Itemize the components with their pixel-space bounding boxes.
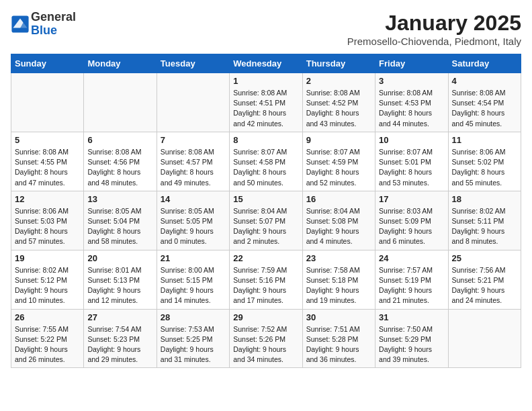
page-header: General Blue January 2025 Premosello-Chi… [11,11,521,47]
day-number: 28 [161,312,226,322]
calendar-cell: 29Sunrise: 7:52 AMSunset: 5:26 PMDayligh… [230,309,302,368]
day-info: Sunrise: 8:04 AMSunset: 5:07 PMDaylight:… [233,206,298,247]
logo: General Blue [11,11,76,38]
logo-icon [11,15,30,34]
calendar-cell: 18Sunrise: 8:02 AMSunset: 5:11 PMDayligh… [448,191,521,250]
day-info: Sunrise: 8:05 AMSunset: 5:05 PMDaylight:… [161,206,226,247]
day-info: Sunrise: 8:06 AMSunset: 5:03 PMDaylight:… [15,206,80,247]
day-info: Sunrise: 8:01 AMSunset: 5:13 PMDaylight:… [87,265,152,306]
weekday-header-thursday: Thursday [302,54,375,73]
day-number: 4 [452,76,517,86]
day-info: Sunrise: 8:07 AMSunset: 4:58 PMDaylight:… [233,147,298,188]
calendar-cell: 23Sunrise: 7:58 AMSunset: 5:18 PMDayligh… [302,250,375,309]
day-info: Sunrise: 7:51 AMSunset: 5:28 PMDaylight:… [306,324,371,365]
day-number: 14 [161,194,226,204]
day-number: 24 [379,253,444,263]
calendar-cell [448,309,521,368]
calendar-cell: 17Sunrise: 8:03 AMSunset: 5:09 PMDayligh… [375,191,448,250]
location: Premosello-Chiovenda, Piedmont, Italy [347,36,521,47]
day-info: Sunrise: 8:00 AMSunset: 5:15 PMDaylight:… [161,265,226,306]
day-info: Sunrise: 8:02 AMSunset: 5:11 PMDaylight:… [452,206,517,247]
calendar-cell [157,73,229,132]
weekday-header-monday: Monday [84,54,157,73]
day-number: 23 [306,253,371,263]
calendar-cell: 27Sunrise: 7:54 AMSunset: 5:23 PMDayligh… [84,309,157,368]
calendar-cell: 15Sunrise: 8:04 AMSunset: 5:07 PMDayligh… [230,191,302,250]
month-year: January 2025 [347,11,521,36]
day-info: Sunrise: 8:08 AMSunset: 4:51 PMDaylight:… [233,88,298,129]
day-info: Sunrise: 7:54 AMSunset: 5:23 PMDaylight:… [87,324,152,365]
calendar-cell: 12Sunrise: 8:06 AMSunset: 5:03 PMDayligh… [11,191,84,250]
day-number: 7 [161,135,226,145]
day-number: 2 [306,76,371,86]
calendar-cell: 10Sunrise: 8:07 AMSunset: 5:01 PMDayligh… [375,132,448,191]
title-block: January 2025 Premosello-Chiovenda, Piedm… [347,11,521,47]
day-info: Sunrise: 8:08 AMSunset: 4:56 PMDaylight:… [87,147,152,188]
week-row-3: 12Sunrise: 8:06 AMSunset: 5:03 PMDayligh… [11,191,521,250]
calendar-cell: 28Sunrise: 7:53 AMSunset: 5:25 PMDayligh… [157,309,229,368]
calendar-cell: 9Sunrise: 8:07 AMSunset: 4:59 PMDaylight… [302,132,375,191]
calendar-cell: 25Sunrise: 7:56 AMSunset: 5:21 PMDayligh… [448,250,521,309]
day-number: 6 [87,135,152,145]
day-number: 15 [233,194,298,204]
day-number: 10 [379,135,444,145]
weekday-header-row: SundayMondayTuesdayWednesdayThursdayFrid… [11,54,521,73]
day-number: 16 [306,194,371,204]
day-number: 18 [452,194,517,204]
day-number: 27 [87,312,152,322]
day-number: 29 [233,312,298,322]
calendar-cell: 1Sunrise: 8:08 AMSunset: 4:51 PMDaylight… [230,73,302,132]
calendar-cell: 14Sunrise: 8:05 AMSunset: 5:05 PMDayligh… [157,191,229,250]
day-info: Sunrise: 8:08 AMSunset: 4:55 PMDaylight:… [15,147,80,188]
day-number: 26 [15,312,80,322]
calendar-cell: 5Sunrise: 8:08 AMSunset: 4:55 PMDaylight… [11,132,84,191]
calendar-table: SundayMondayTuesdayWednesdayThursdayFrid… [11,54,521,368]
day-number: 19 [15,253,80,263]
day-number: 11 [452,135,517,145]
day-number: 13 [87,194,152,204]
day-number: 1 [233,76,298,86]
week-row-5: 26Sunrise: 7:55 AMSunset: 5:22 PMDayligh… [11,309,521,368]
day-info: Sunrise: 7:53 AMSunset: 5:25 PMDaylight:… [161,324,226,365]
calendar-cell: 8Sunrise: 8:07 AMSunset: 4:58 PMDaylight… [230,132,302,191]
calendar-cell: 13Sunrise: 8:05 AMSunset: 5:04 PMDayligh… [84,191,157,250]
calendar-cell: 11Sunrise: 8:06 AMSunset: 5:02 PMDayligh… [448,132,521,191]
calendar-cell: 31Sunrise: 7:50 AMSunset: 5:29 PMDayligh… [375,309,448,368]
day-number: 8 [233,135,298,145]
week-row-4: 19Sunrise: 8:02 AMSunset: 5:12 PMDayligh… [11,250,521,309]
logo-text: General Blue [31,11,76,38]
weekday-header-wednesday: Wednesday [230,54,302,73]
day-info: Sunrise: 8:07 AMSunset: 5:01 PMDaylight:… [379,147,444,188]
weekday-header-sunday: Sunday [11,54,84,73]
day-info: Sunrise: 8:06 AMSunset: 5:02 PMDaylight:… [452,147,517,188]
calendar-cell [84,73,157,132]
calendar-cell: 24Sunrise: 7:57 AMSunset: 5:19 PMDayligh… [375,250,448,309]
day-number: 22 [233,253,298,263]
week-row-2: 5Sunrise: 8:08 AMSunset: 4:55 PMDaylight… [11,132,521,191]
day-number: 30 [306,312,371,322]
day-number: 3 [379,76,444,86]
day-info: Sunrise: 8:05 AMSunset: 5:04 PMDaylight:… [87,206,152,247]
day-info: Sunrise: 7:57 AMSunset: 5:19 PMDaylight:… [379,265,444,306]
calendar-cell: 2Sunrise: 8:08 AMSunset: 4:52 PMDaylight… [302,73,375,132]
day-info: Sunrise: 7:52 AMSunset: 5:26 PMDaylight:… [233,324,298,365]
calendar-cell: 16Sunrise: 8:04 AMSunset: 5:08 PMDayligh… [302,191,375,250]
day-info: Sunrise: 7:58 AMSunset: 5:18 PMDaylight:… [306,265,371,306]
day-info: Sunrise: 7:55 AMSunset: 5:22 PMDaylight:… [15,324,80,365]
calendar-cell: 21Sunrise: 8:00 AMSunset: 5:15 PMDayligh… [157,250,229,309]
calendar-cell: 20Sunrise: 8:01 AMSunset: 5:13 PMDayligh… [84,250,157,309]
day-number: 9 [306,135,371,145]
day-info: Sunrise: 8:07 AMSunset: 4:59 PMDaylight:… [306,147,371,188]
calendar-cell: 6Sunrise: 8:08 AMSunset: 4:56 PMDaylight… [84,132,157,191]
calendar-cell: 19Sunrise: 8:02 AMSunset: 5:12 PMDayligh… [11,250,84,309]
day-info: Sunrise: 8:08 AMSunset: 4:57 PMDaylight:… [161,147,226,188]
calendar-cell: 7Sunrise: 8:08 AMSunset: 4:57 PMDaylight… [157,132,229,191]
calendar-cell: 22Sunrise: 7:59 AMSunset: 5:16 PMDayligh… [230,250,302,309]
calendar-cell [11,73,84,132]
calendar-cell: 4Sunrise: 8:08 AMSunset: 4:54 PMDaylight… [448,73,521,132]
day-number: 5 [15,135,80,145]
day-number: 20 [87,253,152,263]
day-info: Sunrise: 7:56 AMSunset: 5:21 PMDaylight:… [452,265,517,306]
day-number: 12 [15,194,80,204]
day-info: Sunrise: 7:59 AMSunset: 5:16 PMDaylight:… [233,265,298,306]
